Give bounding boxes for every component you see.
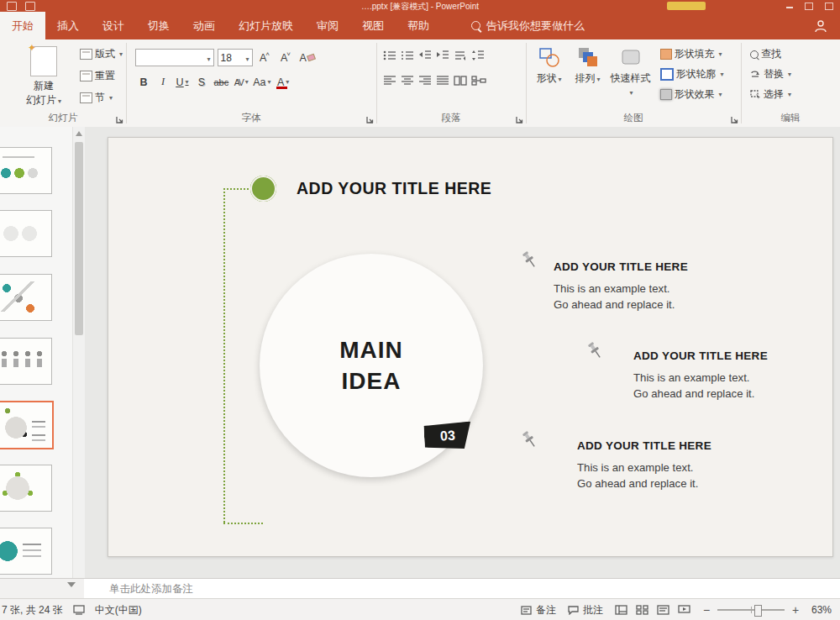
italic-button[interactable]: I — [155, 74, 172, 90]
notes-pane[interactable]: 单击此处添加备注 — [84, 578, 840, 599]
shape-outline-button[interactable]: 形状轮廓 — [658, 66, 727, 82]
slide-thumbnail-3[interactable] — [0, 274, 52, 321]
shape-effects-button[interactable]: 形状效果 — [658, 87, 727, 102]
ribbon-group-slides: 新建 幻灯片 版式 重置 节 幻灯片 — [0, 39, 126, 127]
slide-thumbnail-4[interactable] — [0, 338, 52, 385]
slide-thumbnail-2[interactable] — [0, 210, 52, 257]
tab-insert[interactable]: 插入 — [45, 12, 91, 39]
slide-thumbnail-9[interactable] — [0, 528, 52, 575]
layout-button[interactable]: 版式 — [77, 46, 125, 62]
dialog-launcher-icon[interactable] — [115, 115, 124, 124]
slide-editing-area[interactable]: ADD YOUR TITLE HERE MAIN IDEA 03 ADD YOU… — [108, 137, 833, 557]
text-shadow-button[interactable]: S — [193, 74, 211, 90]
dialog-launcher-icon[interactable] — [515, 115, 524, 124]
slide-thumbnail-8[interactable] — [0, 465, 52, 512]
item-body[interactable]: This is an example text.Go ahead and rep… — [577, 460, 698, 491]
justify-button[interactable] — [436, 75, 449, 89]
normal-view-icon[interactable] — [615, 605, 627, 615]
reset-button[interactable]: 重置 — [77, 68, 125, 84]
bold-button[interactable]: B — [135, 74, 153, 90]
minimize-icon[interactable] — [786, 3, 793, 8]
close-icon[interactable] — [825, 3, 833, 10]
item-title[interactable]: ADD YOUR TITLE HERE — [633, 349, 768, 362]
slide-thumbnail-7-selected[interactable] — [0, 401, 54, 449]
font-color-button[interactable]: A — [275, 74, 292, 90]
slide-thumbnail-1[interactable] — [0, 147, 52, 194]
reading-view-icon[interactable] — [657, 605, 669, 615]
slide-title-text[interactable]: ADD YOUR TITLE HERE — [297, 179, 491, 198]
language-status[interactable]: 中文(中国) — [95, 603, 142, 617]
tab-transitions[interactable]: 切换 — [136, 12, 181, 39]
increase-font-size-button[interactable]: A˄ — [256, 50, 274, 66]
align-center-button[interactable] — [401, 75, 414, 89]
person-icon — [813, 19, 828, 33]
font-name-combobox[interactable] — [135, 49, 214, 66]
zoom-slider-thumb[interactable] — [754, 605, 762, 617]
shape-fill-button[interactable]: 形状填充 — [658, 46, 727, 62]
increase-indent-button[interactable] — [436, 50, 449, 64]
share-button[interactable] — [813, 12, 828, 39]
notes-toggle-button[interactable]: 备注 — [521, 603, 556, 617]
tell-me-search[interactable]: 告诉我你想要做什么 — [471, 12, 585, 39]
scroll-up-icon[interactable] — [76, 131, 82, 136]
zoom-percentage[interactable]: 63% — [811, 604, 832, 616]
bullets-button[interactable] — [383, 50, 396, 64]
zoom-in-icon[interactable]: + — [791, 603, 800, 617]
shape-outline-icon — [660, 68, 674, 81]
quick-styles-button[interactable]: 快速样式 — [609, 46, 653, 97]
text-direction-button[interactable] — [454, 50, 467, 64]
arrange-button[interactable]: 排列 — [570, 46, 606, 86]
find-button[interactable]: 查找 — [748, 46, 794, 62]
replace-icon — [750, 70, 761, 79]
select-button[interactable]: 选择 — [748, 87, 794, 102]
pushpin-icon — [520, 429, 540, 451]
reset-icon — [80, 71, 92, 81]
align-left-button[interactable] — [383, 75, 396, 89]
shapes-button[interactable]: 形状 — [532, 46, 567, 86]
comments-toggle-button[interactable]: 批注 — [568, 603, 603, 617]
slide-sorter-view-icon[interactable] — [636, 605, 648, 615]
underline-button[interactable]: U — [174, 74, 192, 90]
tab-help[interactable]: 帮助 — [396, 12, 441, 39]
thumbnail-preview — [0, 402, 52, 448]
decrease-font-size-button[interactable]: A˅ — [277, 50, 295, 66]
character-spacing-button[interactable]: AV — [232, 74, 249, 90]
font-size-combobox[interactable]: 18 — [218, 49, 253, 66]
replace-button[interactable]: 替换 — [748, 66, 794, 82]
strikethrough-button[interactable]: abc — [213, 74, 231, 90]
tab-view[interactable]: 视图 — [350, 12, 396, 39]
line-spacing-button[interactable] — [471, 50, 485, 64]
slideshow-view-icon[interactable] — [678, 605, 690, 615]
numbering-button[interactable] — [401, 50, 414, 64]
tab-animations[interactable]: 动画 — [181, 12, 227, 39]
change-case-button[interactable]: Aa — [251, 74, 272, 90]
tab-design[interactable]: 设计 — [91, 12, 136, 39]
item-title[interactable]: ADD YOUR TITLE HERE — [554, 260, 688, 273]
spell-check-icon[interactable] — [73, 605, 85, 615]
item-title[interactable]: ADD YOUR TITLE HERE — [577, 439, 711, 452]
item-body[interactable]: This is an example text.Go ahead and rep… — [633, 370, 754, 402]
collapse-notes-icon[interactable] — [67, 582, 76, 587]
section-button[interactable]: 节 — [77, 90, 125, 106]
item-body[interactable]: This is an example text.Go ahead and rep… — [554, 281, 675, 313]
maximize-icon[interactable] — [805, 3, 813, 10]
decrease-indent-button[interactable] — [418, 50, 432, 64]
thumbnail-scrollbar[interactable] — [72, 127, 85, 578]
green-bullet-circle[interactable] — [250, 176, 276, 202]
dialog-launcher-icon[interactable] — [730, 115, 739, 124]
convert-smartart-button[interactable] — [471, 75, 486, 89]
clear-formatting-button[interactable]: A — [298, 50, 317, 66]
group-label-editing: 编辑 — [741, 112, 840, 124]
dialog-launcher-icon[interactable] — [365, 115, 375, 124]
zoom-slider[interactable] — [717, 609, 785, 611]
slide-number-badge[interactable]: 03 — [423, 422, 472, 451]
zoom-out-icon[interactable]: − — [702, 603, 711, 617]
tab-review[interactable]: 审阅 — [305, 12, 350, 39]
align-right-button[interactable] — [418, 75, 432, 89]
signin-button[interactable] — [667, 2, 706, 10]
scrollbar-thumb[interactable] — [75, 142, 83, 335]
columns-button[interactable] — [454, 75, 467, 89]
tab-slideshow[interactable]: 幻灯片放映 — [227, 12, 305, 39]
new-slide-button[interactable]: 新建 幻灯片 — [22, 46, 66, 108]
tab-home[interactable]: 开始 — [0, 12, 45, 39]
